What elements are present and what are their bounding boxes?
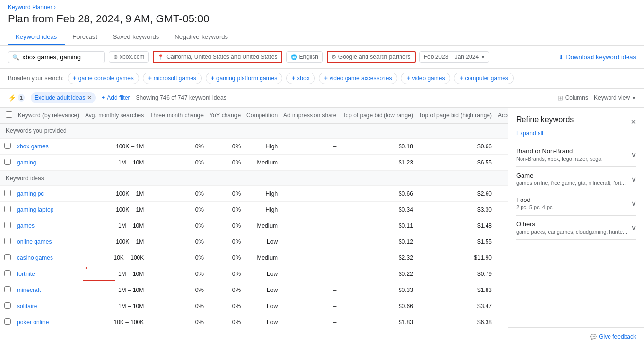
location-filter[interactable]: California, United States and United Sta… — [153, 51, 282, 63]
keyword-cell[interactable]: online games — [15, 234, 82, 250]
col-three-month[interactable]: Three month change — [147, 108, 207, 124]
checkbox-cell — [0, 298, 15, 314]
broaden-chip-3[interactable]: +xbox — [286, 73, 314, 84]
network-filter[interactable]: Google and search partners — [327, 51, 416, 63]
row-checkbox[interactable] — [4, 238, 11, 244]
row-checkbox[interactable] — [4, 302, 11, 309]
columns-button[interactable]: Columns — [557, 94, 588, 102]
keyword-cell[interactable]: poker online — [15, 314, 82, 330]
col-avg-monthly[interactable]: Avg. monthly searches — [82, 108, 147, 124]
col-ad-impression[interactable]: Ad impression share — [280, 108, 339, 124]
table-row: gaming1M – 10M0%0%Medium–$1.23$6.55 — [0, 155, 508, 171]
keyword-cell[interactable]: gaming pc — [15, 186, 82, 202]
download-label: Download keyword ideas — [566, 54, 636, 61]
col-yoy[interactable]: YoY change — [207, 108, 244, 124]
sidebar-title: Refine keywords — [516, 115, 574, 124]
keyword-view-label: Keyword view — [594, 94, 630, 101]
search-box[interactable] — [8, 51, 105, 63]
row-checkbox[interactable] — [4, 190, 11, 196]
data-cell: 0% — [147, 186, 207, 202]
broaden-chip-0[interactable]: +game console games — [68, 73, 139, 84]
data-cell: $0.33 — [339, 282, 416, 298]
data-cell: 0% — [207, 282, 244, 298]
broaden-chip-6[interactable]: +computer games — [454, 73, 513, 84]
tab-negative-keywords[interactable]: Negative keywords — [167, 29, 236, 45]
tab-forecast[interactable]: Forecast — [65, 29, 105, 45]
data-cell: Low — [244, 314, 280, 330]
keyword-cell[interactable]: gaming laptop — [15, 202, 82, 218]
keyword-cell[interactable]: minecraft — [15, 282, 82, 298]
download-button[interactable]: Download keyword ideas — [559, 54, 636, 61]
date-chevron-icon — [481, 54, 485, 60]
keyword-view-button[interactable]: Keyword view — [594, 94, 636, 101]
columns-label: Columns — [565, 94, 588, 101]
col-top-bid-high[interactable]: Top of page bid (high range) — [416, 108, 495, 124]
broaden-chip-1[interactable]: +microsoft games — [143, 73, 202, 84]
broaden-chip-2[interactable]: +gaming platform games — [206, 73, 282, 84]
broaden-chip-4[interactable]: +video game accessories — [319, 73, 398, 84]
data-cell: Low — [244, 282, 280, 298]
col-keyword[interactable]: Keyword (by relevance) — [15, 108, 82, 124]
row-checkbox[interactable] — [4, 286, 11, 292]
refine-food-header[interactable]: Food 2 pc, 5 pc, 4 pc ∨ — [516, 196, 636, 210]
data-cell: Medium — [244, 155, 280, 171]
data-cell: 1M – 10M — [82, 282, 147, 298]
data-cell: 0% — [147, 314, 207, 330]
tab-saved-keywords[interactable]: Saved keywords — [105, 29, 167, 45]
expand-all-link[interactable]: Expand all — [516, 130, 636, 137]
data-cell: – — [280, 186, 339, 202]
keyword-cell[interactable]: gaming — [15, 155, 82, 171]
col-competition[interactable]: Competition — [244, 108, 280, 124]
row-checkbox[interactable] — [4, 159, 11, 165]
keyword-cell[interactable]: casino games — [15, 250, 82, 266]
row-checkbox[interactable] — [4, 254, 11, 260]
add-filter-label: Add filter — [107, 94, 130, 101]
row-checkbox[interactable] — [4, 143, 11, 149]
keyword-cell[interactable]: fortnite←——— — [15, 266, 82, 282]
refine-game-section: Game games online, free game, gta, minec… — [516, 167, 636, 191]
data-cell: – — [280, 218, 339, 234]
data-cell — [495, 202, 508, 218]
data-cell — [495, 218, 508, 234]
refine-brand-header[interactable]: Brand or Non-Brand Non-Brands, xbox, leg… — [516, 147, 636, 162]
select-all-checkbox[interactable] — [6, 111, 12, 118]
refine-brand-section: Brand or Non-Brand Non-Brands, xbox, leg… — [516, 143, 636, 167]
add-filter-icon: + — [102, 94, 105, 101]
data-cell: $2.60 — [416, 186, 495, 202]
data-cell: $3.47 — [416, 298, 495, 314]
data-cell: $6.38 — [416, 314, 495, 330]
data-cell: – — [280, 282, 339, 298]
row-checkbox[interactable] — [4, 206, 11, 212]
refine-others-header[interactable]: Others game packs, car games, cloudgamin… — [516, 220, 636, 235]
broaden-chip-5[interactable]: +video games — [401, 73, 450, 84]
data-cell: $0.34 — [339, 202, 416, 218]
language-filter[interactable]: English — [286, 51, 323, 63]
data-cell: 0% — [207, 250, 244, 266]
data-cell — [495, 155, 508, 171]
keyword-cell[interactable]: games — [15, 218, 82, 234]
row-checkbox[interactable] — [4, 270, 11, 276]
filter-close-icon[interactable]: ✕ — [87, 94, 92, 101]
col-checkbox — [0, 108, 15, 124]
col-account-status[interactable]: Account status — [495, 108, 508, 124]
breadcrumb[interactable]: Keyword Planner › — [8, 4, 636, 11]
exclude-adult-filter[interactable]: Exclude adult ideas ✕ — [31, 92, 96, 103]
add-filter-button[interactable]: + Add filter — [102, 94, 130, 101]
tab-keyword-ideas[interactable]: Keyword ideas — [8, 29, 65, 45]
date-range-picker[interactable]: Feb 2023 – Jan 2024 — [419, 51, 489, 63]
checkbox-cell — [0, 250, 15, 266]
refine-game-header[interactable]: Game games online, free game, gta, minec… — [516, 172, 636, 186]
game-chevron-icon: ∨ — [631, 175, 636, 183]
sidebar-close-button[interactable]: ✕ — [631, 118, 636, 126]
keyword-cell[interactable]: solitaire — [15, 298, 82, 314]
data-cell: – — [280, 234, 339, 250]
keyword-cell[interactable]: xbox games — [15, 139, 82, 155]
row-checkbox[interactable] — [4, 318, 11, 325]
data-cell: Low — [244, 298, 280, 314]
search-input[interactable] — [22, 54, 95, 61]
table-row: solitaire1M – 10M0%0%Low–$0.66$3.47 — [0, 298, 508, 314]
col-top-bid-low[interactable]: Top of page bid (low range) — [339, 108, 416, 124]
row-checkbox[interactable] — [4, 222, 11, 228]
data-cell: 1M – 10M — [82, 155, 147, 171]
domain-filter[interactable]: ⊗ xbox.com — [109, 51, 149, 63]
